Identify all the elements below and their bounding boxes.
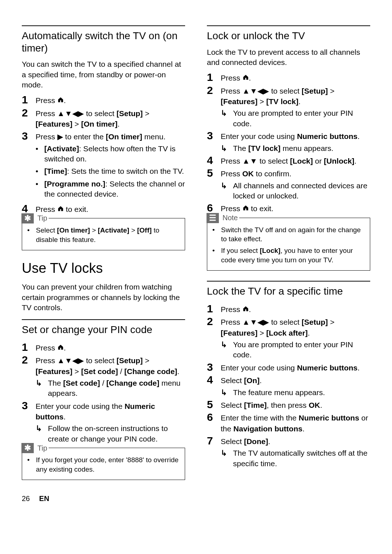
asterisk-icon: ✱ (21, 213, 34, 223)
note-icon: ☰ (207, 213, 219, 223)
language-code: EN (39, 495, 49, 502)
tip-callout: ✱Tip •Select [On timer] > [Activate] > [… (22, 218, 185, 250)
right-column: Lock or unlock the TV Lock the TV to pre… (207, 25, 370, 480)
result-arrow-icon: ↳ (221, 181, 229, 201)
page-number: 26 (22, 495, 30, 502)
heading-lock-unlock: Lock or unlock the TV (207, 30, 370, 42)
tip-label: Tip (37, 214, 47, 222)
right-icon: ▶ (57, 132, 63, 141)
page-footer: 26 EN (22, 495, 370, 503)
intro-tv-locks: You can prevent your children from watch… (22, 282, 185, 313)
dpad-icon: ▲▼◀▶ (242, 318, 269, 326)
tip-label: Tip (37, 444, 47, 452)
note-text: If you select [Lock], you have to enter … (221, 246, 365, 264)
page: Automatically switch the TV on (on timer… (0, 0, 392, 521)
home-icon (242, 74, 249, 81)
steps-lock-time: 1Press . 2 Press ▲▼◀▶ to select [Setup] … (207, 303, 370, 469)
result-arrow-icon: ↳ (221, 448, 229, 469)
result-arrow-icon: ↳ (36, 378, 44, 399)
step-text: Press to exit. (36, 202, 185, 214)
note-callout: ☰Note •Switch the TV off and on again fo… (207, 218, 370, 271)
dpad-icon: ▲▼◀▶ (242, 87, 269, 95)
steps-lock-unlock: 1Press . 2 Press ▲▼◀▶ to select [Setup] … (207, 71, 370, 214)
note-text: Switch the TV off and on again for the c… (221, 225, 365, 244)
step-text: Press ▲▼◀▶ to select [Setup] > [Features… (36, 107, 185, 130)
heading-lock-time: Lock the TV for a specific time (207, 285, 370, 297)
home-icon (57, 205, 64, 212)
tip-callout: ✱Tip •If you forget your code, enter '88… (22, 448, 185, 480)
intro-lock-unlock: Lock the TV to prevent access to all cha… (207, 47, 370, 68)
result-arrow-icon: ↳ (221, 387, 229, 398)
result-arrow-icon: ↳ (221, 108, 229, 129)
result-arrow-icon: ↳ (221, 340, 229, 360)
asterisk-icon: ✱ (21, 443, 34, 453)
heading-on-timer: Automatically switch the TV on (on timer… (22, 30, 185, 54)
heading-pin: Set or change your PIN code (22, 324, 185, 336)
tip-text: If you forget your code, enter '8888' to… (36, 455, 180, 474)
step-text: Press . (36, 94, 185, 106)
dpad-icon: ▲▼◀▶ (57, 356, 84, 365)
step-text: Press ▶ to enter the [On timer] menu. •[… (36, 130, 185, 201)
left-column: Automatically switch the TV on (on timer… (22, 25, 185, 480)
home-icon (57, 344, 64, 350)
result-arrow-icon: ↳ (36, 423, 44, 444)
home-icon (242, 205, 249, 211)
result-arrow-icon: ↳ (221, 143, 229, 153)
heading-tv-locks: Use TV locks (22, 260, 185, 276)
home-icon (57, 97, 64, 103)
updown-icon: ▲▼ (242, 157, 258, 165)
steps-pin: 1Press . 2 Press ▲▼◀▶ to select [Setup] … (22, 341, 185, 444)
steps-on-timer: 1Press . 2Press ▲▼◀▶ to select [Setup] >… (22, 94, 185, 214)
intro-on-timer: You can switch the TV to a specified cha… (22, 59, 185, 90)
home-icon (242, 305, 249, 312)
dpad-icon: ▲▼◀▶ (57, 109, 84, 118)
note-label: Note (222, 214, 238, 222)
tip-text: Select [On timer] > [Activate] > [Off] t… (36, 226, 180, 244)
